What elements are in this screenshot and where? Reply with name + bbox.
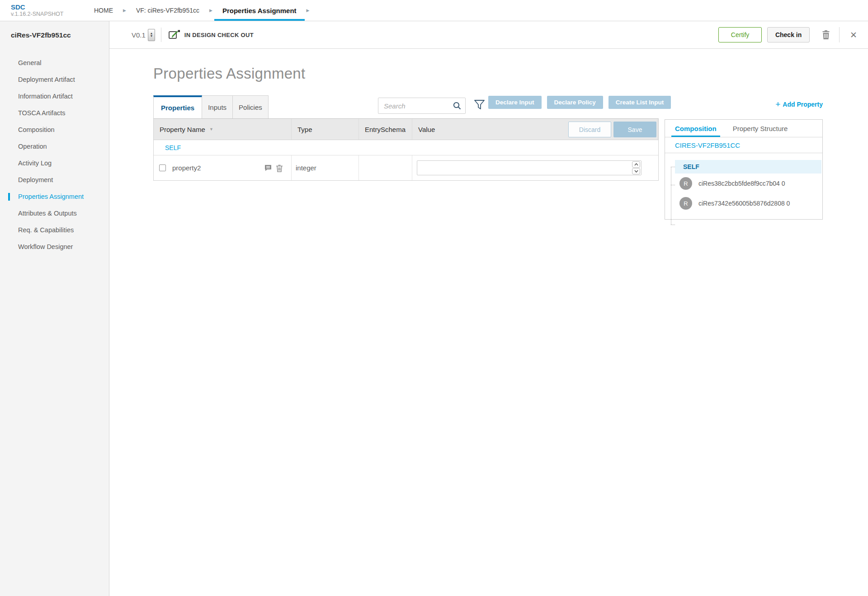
sidebar-item-general[interactable]: General [0,55,109,71]
component-toolbar: V0.1 ▲ ▼ IN DESIGN CHECK OUT Certify Che… [109,21,868,49]
lifecycle-status: IN DESIGN CHECK OUT [184,32,254,38]
column-header-property-name[interactable]: Property Name ▼ [154,119,292,140]
sidebar-item-req-capabilities[interactable]: Req. & Capabilities [0,222,109,239]
sidebar-item-tosca-artifacts[interactable]: TOSCA Artifacts [0,105,109,122]
tree-item-self[interactable]: SELF [675,160,821,174]
breadcrumb-properties-assignment[interactable]: Properties Assignment [214,0,305,21]
sort-caret-icon: ▼ [209,127,213,131]
check-out-pencil-icon [168,29,180,40]
property-name-cell: property2 [154,155,292,180]
search-input[interactable] [378,98,466,114]
declare-input-button[interactable]: Declare Input [488,96,542,109]
resource-avatar: R [679,177,692,190]
toolbar-divider [839,27,840,42]
breadcrumb-home[interactable]: HOME [86,0,121,21]
delete-row-trash-icon[interactable] [276,164,283,172]
property-name: property2 [172,164,260,172]
left-sidebar: ciRes-VF2fb951cc General Deployment Arti… [0,21,109,596]
certify-button[interactable]: Certify [718,27,762,42]
table-group-row: SELF [154,140,658,155]
chevron-right-icon: ▶ [208,0,214,21]
property-type-cell: integer [292,155,359,180]
sidebar-item-composition[interactable]: Composition [0,122,109,138]
property-value-input[interactable] [417,160,642,175]
sidebar-item-workflow-designer[interactable]: Workflow Designer [0,239,109,255]
discard-button[interactable]: Discard [568,122,611,137]
sidebar-item-deployment-artifact[interactable]: Deployment Artifact [0,71,109,88]
check-in-button[interactable]: Check in [767,27,810,42]
table-row: property2 [154,155,658,180]
tab-properties[interactable]: Properties [153,95,202,118]
sidebar-item-operation[interactable]: Operation [0,138,109,155]
save-button[interactable]: Save [613,122,656,137]
panel-tabs: Composition Property Structure [665,120,822,137]
comment-icon[interactable] [264,164,272,171]
chevron-right-icon: ▶ [305,0,311,21]
breadcrumb: HOME ▶ VF: ciRes-VF2fb951cc ▶ Properties… [86,0,311,21]
toolbar-divider [161,28,161,42]
add-property-label: Add Property [783,101,823,108]
sidebar-item-information-artifact[interactable]: Information Artifact [0,88,109,105]
declare-actions: Declare Input Declare Policy Create List… [488,96,676,109]
filter-funnel-icon[interactable] [474,99,485,112]
search-box [378,98,466,114]
search-icon [453,102,461,110]
close-icon[interactable]: ✕ [848,29,859,41]
composition-tree: SELF R ciRes38c2bcb5fde8f9cc7b04 0 R ciR… [665,153,822,213]
spinner-up-icon[interactable] [632,161,640,168]
self-group-link[interactable]: SELF [165,144,181,151]
sidebar-item-activity-log[interactable]: Activity Log [0,155,109,172]
plus-icon: + [775,99,780,109]
component-instance-title[interactable]: CIRES-VF2FB951CC [665,137,822,153]
tab-policies[interactable]: Policies [233,95,269,118]
chevron-right-icon: ▶ [121,0,128,21]
app-version: v.1.16.2-SNAPSHOT [11,11,86,18]
main-content: Properties Assignment Properties Inputs … [109,49,868,596]
properties-table: Property Name ▼ Type EntrySchema Value D… [153,118,659,181]
sidebar-nav: General Deployment Artifact Information … [0,55,109,255]
resource-avatar: R [679,197,692,210]
app-name: SDC [11,4,86,11]
tree-item-resource-2[interactable]: R ciRes7342e56005b5876d2808 0 [665,193,822,213]
delete-trash-icon[interactable] [821,30,830,40]
number-spinner [632,161,640,174]
sidebar-item-properties-assignment[interactable]: Properties Assignment [0,188,109,205]
tree-connector-line [671,167,671,225]
page-title: Properties Assignment [153,65,305,82]
version-stepper[interactable]: ▲ ▼ [148,29,155,41]
create-list-input-button[interactable]: Create List Input [609,96,671,109]
composition-panel: Composition Property Structure CIRES-VF2… [665,119,823,220]
declare-policy-button[interactable]: Declare Policy [547,96,603,109]
tab-property-structure[interactable]: Property Structure [733,120,788,137]
column-header-entryschema: EntrySchema [359,119,412,140]
stepper-down-icon: ▼ [150,35,153,38]
tree-item-resource-1[interactable]: R ciRes38c2bcb5fde8f9cc7b04 0 [665,174,822,193]
tab-inputs[interactable]: Inputs [202,95,233,118]
breadcrumb-vf[interactable]: VF: ciRes-VF2fb951cc [128,0,208,21]
sidebar-item-attributes-outputs[interactable]: Attributes & Outputs [0,205,109,222]
add-property-button[interactable]: +Add Property [665,99,823,109]
top-header-bar: SDC v.1.16.2-SNAPSHOT HOME ▶ VF: ciRes-V… [0,0,868,21]
version-label: V0.1 [132,31,146,39]
table-header-buttons: Discard Save [568,122,656,137]
property-entryschema-cell [359,155,412,180]
property-value-cell [412,155,658,180]
sidebar-item-deployment[interactable]: Deployment [0,172,109,188]
row-checkbox[interactable] [159,164,166,171]
properties-tabstrip: Properties Inputs Policies [153,95,269,118]
app-logo: SDC v.1.16.2-SNAPSHOT [0,0,86,21]
tab-composition[interactable]: Composition [675,120,717,137]
spinner-down-icon[interactable] [632,168,640,174]
column-header-type: Type [292,119,359,140]
table-header: Property Name ▼ Type EntrySchema Value D… [154,119,658,140]
component-name-title: ciRes-VF2fb951cc [0,21,109,49]
